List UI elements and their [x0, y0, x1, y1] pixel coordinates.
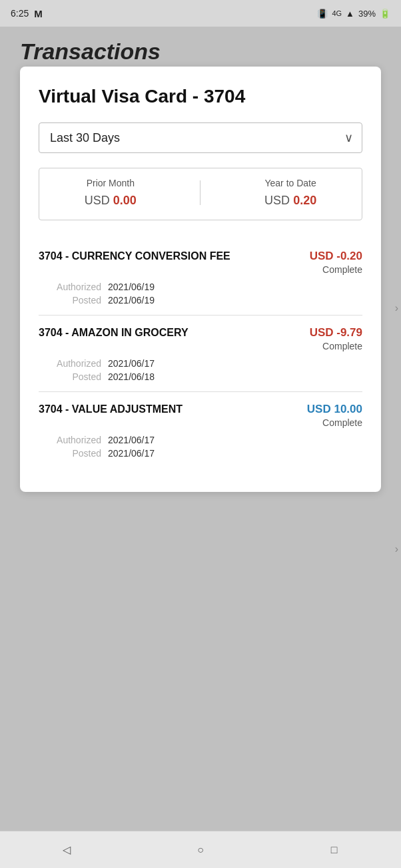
- transaction-right: USD -9.79 Complete: [310, 326, 362, 351]
- posted-row: Posted 2021/06/17: [41, 448, 362, 459]
- authorized-date: 2021/06/17: [108, 435, 155, 445]
- main-area: Transactions › › Virtual Visa Card - 370…: [0, 27, 401, 831]
- ytd-col: Year to Date USD 0.20: [264, 178, 316, 208]
- prior-month-currency: USD: [85, 194, 110, 207]
- ytd-label: Year to Date: [264, 178, 316, 188]
- prior-month-col: Prior Month USD 0.00: [85, 178, 137, 208]
- signal-bars-icon: ▲: [346, 9, 354, 19]
- transactions-list: 3704 - CURRENCY CONVERSION FEE USD -0.20…: [39, 239, 362, 468]
- prior-month-amount: USD 0.00: [85, 194, 137, 208]
- posted-label: Posted: [41, 448, 101, 459]
- date-range-select[interactable]: Last 30 Days Last 7 Days Last 90 Days Th…: [39, 122, 362, 153]
- authorized-label: Authorized: [41, 435, 101, 445]
- battery-text: 39%: [358, 9, 376, 19]
- back-button[interactable]: ◁: [53, 837, 80, 863]
- transaction-item: 3704 - VALUE ADJUSTMENT USD 10.00 Comple…: [39, 392, 362, 468]
- summary-divider: [200, 180, 200, 205]
- posted-date: 2021/06/17: [108, 448, 155, 459]
- recents-icon: □: [331, 844, 338, 856]
- ytd-value: 0.20: [293, 194, 316, 207]
- status-left: 6:25 M: [11, 8, 43, 19]
- posted-date: 2021/06/19: [108, 295, 155, 306]
- transaction-amount: USD -9.79: [310, 326, 362, 339]
- transaction-amount: USD -0.20: [310, 250, 362, 263]
- posted-row: Posted 2021/06/19: [41, 295, 362, 306]
- prior-month-label: Prior Month: [87, 178, 135, 188]
- vibrate-icon: 📳: [317, 9, 328, 19]
- transaction-status: Complete: [307, 417, 362, 428]
- back-icon: ◁: [63, 843, 71, 856]
- posted-label: Posted: [41, 371, 101, 382]
- home-button[interactable]: ○: [187, 837, 214, 863]
- posted-date: 2021/06/18: [108, 371, 155, 382]
- transaction-card: Virtual Visa Card - 3704 Last 30 Days La…: [20, 67, 381, 492]
- home-icon: ○: [197, 844, 204, 856]
- side-arrow-right-2[interactable]: ›: [395, 543, 398, 555]
- card-title: Virtual Visa Card - 3704: [39, 85, 362, 108]
- time-display: 6:25: [11, 8, 29, 19]
- status-bar: 6:25 M 📳 4G ▲ 39% 🔋: [0, 0, 401, 27]
- transaction-right: USD 10.00 Complete: [307, 403, 362, 428]
- transaction-header: 3704 - CURRENCY CONVERSION FEE USD -0.20…: [39, 250, 362, 275]
- authorized-date: 2021/06/19: [108, 282, 155, 292]
- transaction-dates: Authorized 2021/06/17 Posted 2021/06/17: [39, 435, 362, 459]
- nav-bar: ◁ ○ □: [0, 831, 401, 868]
- transaction-header: 3704 - VALUE ADJUSTMENT USD 10.00 Comple…: [39, 403, 362, 428]
- transaction-name: 3704 - CURRENCY CONVERSION FEE: [39, 250, 230, 264]
- ytd-currency: USD: [264, 194, 290, 207]
- date-range-wrapper[interactable]: Last 30 Days Last 7 Days Last 90 Days Th…: [39, 122, 362, 153]
- battery-icon: 🔋: [380, 9, 390, 19]
- page-title: Transactions: [20, 39, 381, 65]
- transaction-amount: USD 10.00: [307, 403, 362, 416]
- posted-label: Posted: [41, 295, 101, 306]
- status-right: 📳 4G ▲ 39% 🔋: [317, 9, 390, 19]
- authorized-label: Authorized: [41, 282, 101, 292]
- authorized-date: 2021/06/17: [108, 358, 155, 369]
- transaction-header: 3704 - AMAZON IN GROCERY USD -9.79 Compl…: [39, 326, 362, 351]
- page-title-area: Transactions: [0, 27, 401, 65]
- signal-icon: 4G: [332, 9, 342, 17]
- posted-row: Posted 2021/06/18: [41, 371, 362, 382]
- dropdown-container[interactable]: Last 30 Days Last 7 Days Last 90 Days Th…: [39, 122, 362, 153]
- transaction-dates: Authorized 2021/06/17 Posted 2021/06/18: [39, 358, 362, 382]
- transaction-dates: Authorized 2021/06/19 Posted 2021/06/19: [39, 282, 362, 306]
- authorized-row: Authorized 2021/06/17: [41, 358, 362, 369]
- authorized-label: Authorized: [41, 358, 101, 369]
- side-arrow-right[interactable]: ›: [395, 302, 398, 314]
- ytd-amount: USD 0.20: [264, 194, 316, 208]
- authorized-row: Authorized 2021/06/19: [41, 282, 362, 292]
- transaction-status: Complete: [310, 341, 362, 351]
- transaction-name: 3704 - AMAZON IN GROCERY: [39, 326, 189, 340]
- transaction-right: USD -0.20 Complete: [310, 250, 362, 275]
- transaction-item: 3704 - CURRENCY CONVERSION FEE USD -0.20…: [39, 239, 362, 316]
- recents-button[interactable]: □: [321, 837, 348, 863]
- transaction-name: 3704 - VALUE ADJUSTMENT: [39, 403, 183, 417]
- transaction-status: Complete: [310, 264, 362, 275]
- authorized-row: Authorized 2021/06/17: [41, 435, 362, 445]
- transaction-item: 3704 - AMAZON IN GROCERY USD -9.79 Compl…: [39, 316, 362, 392]
- summary-box: Prior Month USD 0.00 Year to Date USD 0.…: [39, 168, 362, 220]
- mail-icon: M: [34, 8, 43, 19]
- prior-month-value: 0.00: [113, 194, 137, 207]
